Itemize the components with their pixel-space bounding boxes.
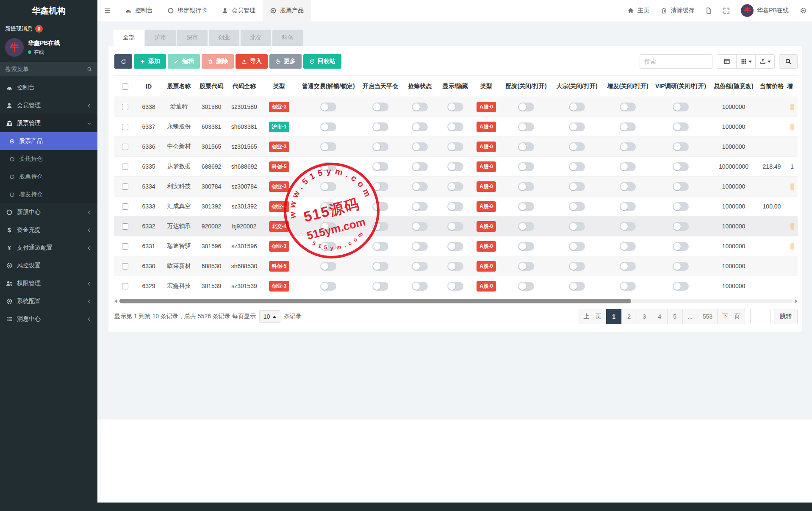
home-button[interactable]: 主页	[622, 0, 655, 21]
vip-research-toggle[interactable]	[673, 242, 689, 251]
grab-status-toggle[interactable]	[412, 262, 428, 271]
prev-page-button[interactable]: 上一页	[579, 309, 607, 324]
vip-research-toggle[interactable]	[673, 222, 689, 231]
row-checkbox[interactable]	[122, 283, 128, 289]
row-checkbox[interactable]	[122, 203, 128, 210]
tab-beijiao[interactable]: 北交	[241, 30, 271, 46]
page-button-2[interactable]: 2	[621, 309, 637, 324]
sidebar-item-payment-channel-config[interactable]: ¥支付通道配置	[0, 239, 97, 257]
settings-button[interactable]	[794, 0, 812, 21]
page-button-3[interactable]: 3	[637, 309, 652, 324]
sidebar-item-risk-control-settings[interactable]: 风控设置	[0, 257, 97, 275]
close-today-toggle[interactable]	[372, 182, 388, 191]
block-trade-toggle[interactable]	[569, 103, 585, 111]
sidebar-item-stock-products[interactable]: 股票产品	[0, 132, 97, 150]
block-trade-toggle[interactable]	[569, 142, 585, 151]
next-page-button[interactable]: 下一页	[717, 309, 745, 324]
tab-shanghai[interactable]: 沪市	[145, 30, 176, 46]
normal-trade-toggle[interactable]	[320, 262, 336, 271]
scroll-right-arrow[interactable]	[795, 299, 798, 303]
close-today-toggle[interactable]	[372, 103, 388, 111]
show-hide-toggle[interactable]	[447, 242, 463, 251]
recycle-bin-button[interactable]: 回收站	[303, 54, 341, 69]
normal-trade-toggle[interactable]	[320, 202, 336, 211]
block-trade-toggle[interactable]	[569, 122, 585, 131]
row-checkbox[interactable]	[122, 124, 128, 130]
topnav-item-member-management[interactable]: 会员管理	[214, 0, 263, 21]
table-search-input[interactable]	[640, 54, 712, 69]
topnav-item-bind-bank-card[interactable]: 绑定银行卡	[160, 0, 214, 21]
issuance-toggle[interactable]	[620, 242, 636, 251]
vip-research-toggle[interactable]	[673, 142, 689, 151]
refresh-button[interactable]	[114, 54, 132, 69]
block-trade-toggle[interactable]	[569, 262, 585, 271]
show-hide-toggle[interactable]	[447, 222, 463, 231]
allocation-toggle[interactable]	[518, 182, 534, 191]
vip-research-toggle[interactable]	[673, 182, 689, 191]
close-today-toggle[interactable]	[372, 162, 388, 171]
withdraw-notice[interactable]: 新提现消息 0	[0, 21, 97, 36]
block-trade-toggle[interactable]	[569, 162, 585, 171]
page-size-select[interactable]: 10	[259, 310, 281, 323]
scroll-left-arrow[interactable]	[114, 299, 117, 303]
sidebar-item-permission-management[interactable]: 权限管理	[0, 275, 97, 292]
page-button-5[interactable]: 5	[667, 309, 683, 324]
grab-status-toggle[interactable]	[412, 242, 428, 251]
allocation-toggle[interactable]	[518, 262, 534, 271]
sidebar-item-funds-recharge-withdraw[interactable]: $资金充提	[0, 221, 97, 239]
issuance-toggle[interactable]	[620, 122, 636, 131]
row-checkbox[interactable]	[122, 144, 128, 150]
clear-cache-button[interactable]: 清除缓存	[655, 0, 700, 21]
normal-trade-toggle[interactable]	[320, 103, 336, 111]
import-button[interactable]: 导入	[236, 54, 268, 69]
page-button-553[interactable]: 553	[698, 309, 718, 324]
show-hide-toggle[interactable]	[447, 103, 463, 111]
grab-status-toggle[interactable]	[412, 282, 428, 291]
select-all-checkbox[interactable]	[122, 83, 128, 90]
row-checkbox[interactable]	[122, 164, 128, 170]
vip-research-toggle[interactable]	[673, 202, 689, 211]
grab-status-toggle[interactable]	[412, 122, 428, 131]
edit-button[interactable]: 编辑	[168, 54, 200, 69]
block-trade-toggle[interactable]	[569, 182, 585, 191]
sidebar-item-member-management[interactable]: 会员管理	[0, 97, 97, 114]
issuance-toggle[interactable]	[620, 103, 636, 111]
allocation-toggle[interactable]	[518, 242, 534, 251]
toggle-view-button[interactable]	[717, 55, 736, 68]
show-hide-toggle[interactable]	[447, 182, 463, 191]
close-today-toggle[interactable]	[372, 262, 388, 271]
show-hide-toggle[interactable]	[447, 202, 463, 211]
issuance-toggle[interactable]	[620, 222, 636, 231]
menu-toggle-button[interactable]	[97, 0, 118, 21]
allocation-toggle[interactable]	[518, 282, 534, 291]
show-hide-toggle[interactable]	[447, 142, 463, 151]
normal-trade-toggle[interactable]	[320, 162, 336, 171]
delete-button[interactable]: 删除	[202, 54, 234, 69]
grab-status-toggle[interactable]	[412, 142, 428, 151]
block-trade-toggle[interactable]	[569, 222, 585, 231]
close-today-toggle[interactable]	[372, 282, 388, 291]
sidebar-item-dashboard[interactable]: 控制台	[0, 79, 97, 97]
normal-trade-toggle[interactable]	[320, 142, 336, 151]
search-icon[interactable]	[87, 67, 92, 72]
tab-all[interactable]: 全部	[114, 30, 144, 46]
sidebar-item-system-config[interactable]: 系统配置	[0, 292, 97, 310]
close-today-toggle[interactable]	[372, 202, 388, 211]
close-today-toggle[interactable]	[372, 222, 388, 231]
vip-research-toggle[interactable]	[673, 262, 689, 271]
row-checkbox[interactable]	[122, 243, 128, 250]
sidebar-item-stock-management[interactable]: 股票管理	[0, 114, 97, 132]
export-button[interactable]	[755, 55, 774, 68]
row-checkbox[interactable]	[122, 104, 128, 110]
issuance-toggle[interactable]	[620, 182, 636, 191]
add-button[interactable]: 添加	[134, 54, 166, 69]
sidebar-search-input[interactable]	[5, 66, 87, 72]
row-checkbox[interactable]	[122, 263, 128, 269]
navbar-user-menu[interactable]: 牛 华鑫PB在线	[735, 0, 794, 21]
topnav-item-dashboard[interactable]: 控制台	[118, 0, 160, 21]
row-checkbox[interactable]	[122, 183, 128, 190]
issuance-toggle[interactable]	[620, 202, 636, 211]
normal-trade-toggle[interactable]	[320, 122, 336, 131]
grab-status-toggle[interactable]	[412, 162, 428, 171]
issuance-toggle[interactable]	[620, 162, 636, 171]
